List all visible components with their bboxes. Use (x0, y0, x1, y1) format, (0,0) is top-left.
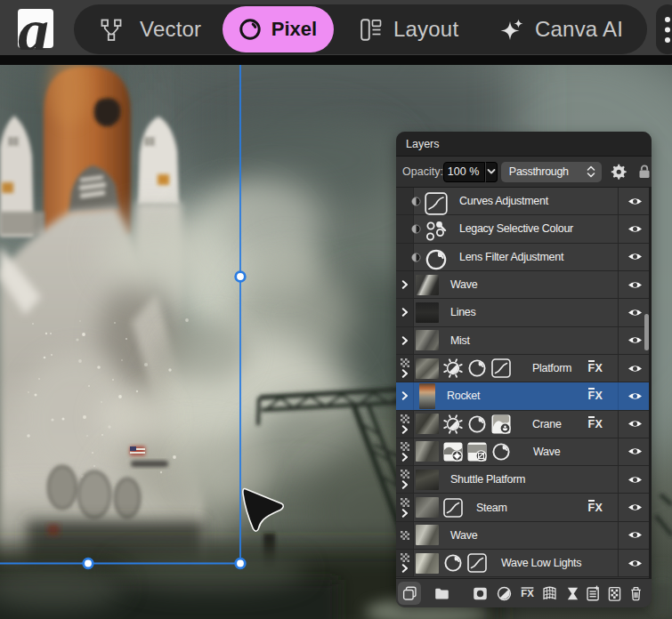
svg-text:a: a (18, 9, 49, 50)
svg-text:FX: FX (521, 587, 534, 598)
